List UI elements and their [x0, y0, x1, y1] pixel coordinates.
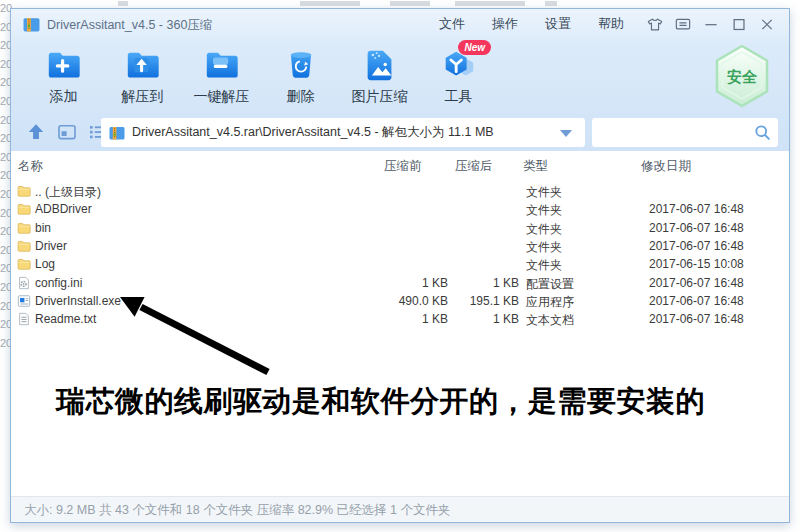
close-button[interactable]	[758, 16, 775, 32]
file-modified: 2017-06-07 16:48	[649, 221, 744, 235]
search-box	[592, 118, 778, 147]
annotation-arrow	[95, 283, 285, 383]
safety-badge[interactable]: 安全	[712, 44, 772, 110]
file-name: config.ini	[35, 276, 82, 290]
status-text: 大小: 9.2 MB 共 43 个文件和 18 个文件夹 压缩率 82.9% 已…	[24, 502, 450, 519]
add-folder-icon	[45, 46, 83, 84]
size-after: 195.1 KB	[421, 294, 519, 308]
annotation-text: 瑞芯微的线刷驱动是和软件分开的，是需要安装的	[56, 382, 705, 422]
file-type: 文本文档	[526, 312, 574, 329]
image-compress-icon	[361, 46, 399, 84]
exe-file-icon	[17, 294, 31, 308]
file-name: Readme.txt	[35, 312, 96, 326]
column-name[interactable]: 名称	[18, 158, 43, 175]
list-header: 名称 压缩前 压缩后 类型 修改日期	[11, 151, 789, 181]
file-type: 应用程序	[526, 294, 574, 311]
folder-icon	[17, 239, 31, 253]
tools-button[interactable]: New 工具	[419, 44, 498, 106]
table-row[interactable]: Driver 文件夹 2017-06-07 16:48	[11, 237, 789, 255]
folder-icon	[17, 202, 31, 216]
folder-icon	[17, 184, 31, 198]
file-name: .. (上级目录)	[35, 184, 101, 201]
maximize-button[interactable]	[730, 16, 747, 32]
file-name: ADBDriver	[35, 202, 92, 216]
app-window: DriverAssitant_v4.5 - 360压缩 文件 操作 设置 帮助	[10, 8, 790, 523]
menu-settings[interactable]: 设置	[545, 15, 571, 33]
column-type[interactable]: 类型	[523, 158, 548, 175]
skin-icon[interactable]	[646, 16, 663, 32]
up-level-icon[interactable]	[27, 123, 45, 140]
file-name: bin	[35, 221, 51, 235]
file-modified: 2017-06-15 10:08	[649, 257, 744, 271]
toolbar-label: 添加	[50, 88, 78, 106]
one-click-extract-folder-icon	[203, 46, 241, 84]
column-modified[interactable]: 修改日期	[641, 158, 691, 175]
archive-file-icon	[109, 125, 125, 141]
file-type: 文件夹	[526, 184, 562, 201]
preview-pane-icon[interactable]	[58, 123, 76, 140]
file-type: 文件夹	[526, 239, 562, 256]
file-type: 文件夹	[526, 221, 562, 238]
add-button[interactable]: 添加	[24, 44, 103, 106]
minimize-button[interactable]	[702, 16, 719, 32]
one-click-extract-button[interactable]: 一键解压	[182, 44, 261, 106]
extract-to-folder-icon	[124, 46, 162, 84]
file-modified: 2017-06-07 16:48	[649, 294, 744, 308]
file-modified: 2017-06-07 16:48	[649, 239, 744, 253]
toolbar-label: 删除	[287, 88, 315, 106]
column-size-before[interactable]: 压缩前	[384, 158, 422, 175]
size-after: 1 KB	[421, 276, 519, 290]
folder-icon	[17, 221, 31, 235]
delete-button[interactable]: 删除	[261, 44, 340, 106]
file-modified: 2017-06-07 16:48	[649, 202, 744, 216]
column-size-after[interactable]: 压缩后	[455, 158, 493, 175]
toolbar-label: 解压到	[122, 88, 164, 106]
file-type: 文件夹	[526, 202, 562, 219]
table-row[interactable]: Log 文件夹 2017-06-15 10:08	[11, 255, 789, 273]
path-dropdown-icon[interactable]	[560, 130, 572, 137]
size-after: 1 KB	[421, 312, 519, 326]
table-row[interactable]: bin 文件夹 2017-06-07 16:48	[11, 219, 789, 237]
toolbar-label: 图片压缩	[352, 88, 408, 106]
table-row[interactable]: ADBDriver 文件夹 2017-06-07 16:48	[11, 200, 789, 218]
table-row[interactable]: .. (上级目录) 文件夹	[11, 182, 789, 200]
folder-icon	[17, 257, 31, 271]
extract-to-button[interactable]: 解压到	[103, 44, 182, 106]
current-path: DriverAssitant_v4.5.rar\DriverAssitant_v…	[132, 124, 494, 141]
search-icon[interactable]	[754, 124, 771, 141]
status-bar: 大小: 9.2 MB 共 43 个文件和 18 个文件夹 压缩率 82.9% 已…	[11, 496, 789, 522]
delete-trash-icon	[282, 46, 320, 84]
title-bar: DriverAssitant_v4.5 - 360压缩 文件 操作 设置 帮助	[11, 9, 789, 39]
address-nav	[27, 123, 107, 140]
file-name: Driver	[35, 239, 67, 253]
ini-file-icon	[17, 276, 31, 290]
txt-file-icon	[17, 312, 31, 326]
search-input[interactable]	[600, 118, 750, 147]
menu-bar: 文件 操作 设置 帮助	[439, 9, 624, 39]
window-controls	[646, 9, 775, 39]
archive-app-icon	[23, 16, 40, 33]
menu-operation[interactable]: 操作	[492, 15, 518, 33]
address-bar[interactable]: DriverAssitant_v4.5.rar\DriverAssitant_v…	[101, 118, 585, 147]
file-modified: 2017-06-07 16:48	[649, 276, 744, 290]
file-type: 文件夹	[526, 257, 562, 274]
safety-label: 安全	[727, 68, 758, 85]
menu-help[interactable]: 帮助	[598, 15, 624, 33]
file-name: Log	[35, 257, 55, 271]
file-type: 配置设置	[526, 276, 574, 293]
new-badge: New	[458, 40, 491, 55]
window-title: DriverAssitant_v4.5 - 360压缩	[47, 17, 212, 34]
image-compress-button[interactable]: 图片压缩	[340, 44, 419, 106]
toolbar-label: 一键解压	[194, 88, 250, 106]
menu-file[interactable]: 文件	[439, 15, 465, 33]
file-modified: 2017-06-07 16:48	[649, 312, 744, 326]
feedback-icon[interactable]	[674, 16, 691, 32]
toolbar-label: 工具	[445, 88, 473, 106]
toolbar: 添加 解压到 一键解压 删除	[11, 39, 789, 119]
